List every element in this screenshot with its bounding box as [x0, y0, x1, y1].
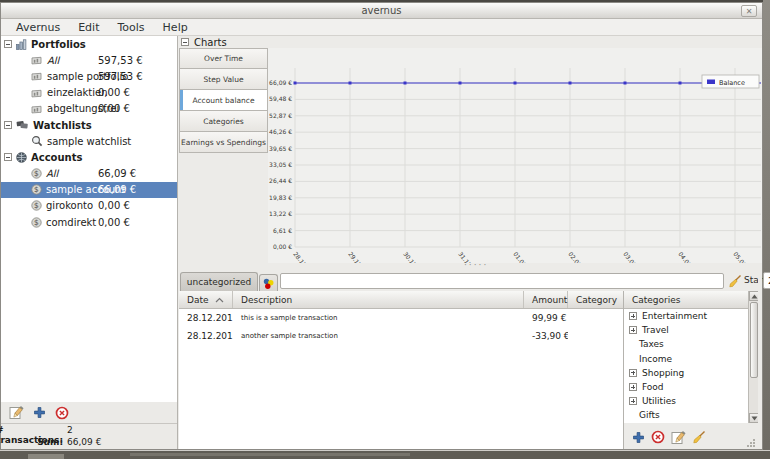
start-date-input[interactable]	[764, 275, 770, 286]
category-travel[interactable]: Travel	[624, 323, 748, 337]
menu-edit[interactable]: Edit	[69, 19, 108, 36]
data-point-marker	[349, 82, 352, 85]
collapse-icon[interactable]	[4, 153, 12, 161]
tree-group-accounts[interactable]: Accounts	[1, 149, 177, 165]
mini-chart-icon	[31, 88, 43, 98]
collapse-icon[interactable]	[181, 38, 189, 46]
clear-filter-icon[interactable]	[728, 274, 742, 288]
expand-icon[interactable]	[629, 326, 637, 334]
transaction-row[interactable]: 28.12.2011this is a sample transaction99…	[179, 309, 623, 327]
y-tick-label: 39,65 €	[269, 145, 292, 152]
category-taxes[interactable]: Taxes	[624, 337, 748, 351]
category-label: Entertainment	[642, 311, 707, 321]
tree-item-comdirekt[interactable]: $comdirekt0,00 €	[1, 214, 177, 230]
tree-item-sample-watchlist[interactable]: sample watchlist	[1, 133, 177, 149]
menu-help[interactable]: Help	[154, 19, 197, 36]
tree-item-abgeltungsfrei[interactable]: abgeltungsfrei0,00 €	[1, 101, 177, 117]
x-tick-label: 29.12.2011	[347, 250, 374, 263]
tree-group-label: Portfolios	[31, 39, 86, 50]
column-header-amount[interactable]: Amount	[524, 291, 568, 308]
tab-uncategorized[interactable]: uncategorized	[180, 272, 258, 291]
collapse-icon[interactable]	[4, 40, 12, 48]
tree-item-einzelaktien[interactable]: einzelaktien0,00 €	[1, 85, 177, 101]
category-label: Utilities	[642, 396, 676, 406]
tree-item-value: 597,53 €	[98, 71, 143, 82]
categories-scrollbar[interactable]	[748, 291, 758, 423]
tree-item-sample-portfolio[interactable]: sample portfolio597,53 €	[1, 68, 177, 84]
titlebar[interactable]: avernus ✕	[1, 3, 762, 19]
column-header-description[interactable]: Description	[233, 291, 524, 308]
tree-item-label: comdirekt	[46, 217, 96, 228]
tree-item-all[interactable]: $All66,09 €	[1, 166, 177, 182]
menubar: AvernusEditToolsHelp	[1, 19, 762, 36]
collapse-icon[interactable]	[4, 121, 12, 129]
portfolio-account-tree[interactable]: PortfoliosAll597,53 €sample portfolio597…	[1, 36, 177, 402]
column-header-date[interactable]: Date	[179, 291, 233, 308]
filter-input[interactable]	[280, 273, 724, 289]
column-header-category[interactable]: Category	[568, 291, 623, 308]
add-icon[interactable]	[33, 406, 46, 419]
transaction-row[interactable]: 28.12.2011another sample transaction-33,…	[179, 327, 623, 345]
charts-expander[interactable]: Charts	[181, 36, 761, 48]
tree-item-sample-account[interactable]: $sample account66,09 €	[1, 182, 177, 198]
chart-tab-earnings-vs-spendings[interactable]: Earnings vs Spendings	[179, 132, 268, 153]
edit-category-icon[interactable]	[671, 430, 686, 445]
categories-list[interactable]: EntertainmentTravelTaxesIncomeShoppingFo…	[624, 309, 748, 423]
chart-tab-step-value[interactable]: Step Value	[179, 69, 268, 90]
tree-item-value: 66,09 €	[98, 184, 136, 195]
delete-category-icon[interactable]	[651, 430, 665, 444]
tree-item-girokonto[interactable]: $girokonto0,00 €	[1, 198, 177, 214]
expand-icon[interactable]	[629, 369, 637, 377]
data-point-marker	[514, 82, 517, 85]
close-icon[interactable]: ✕	[741, 5, 757, 17]
horizontal-splitter[interactable]: ·····	[179, 263, 762, 271]
tree-group-portfolios[interactable]: Portfolios	[1, 36, 177, 52]
transactions-table-body: 28.12.2011this is a sample transaction99…	[179, 309, 623, 345]
transaction-description: another sample transaction	[233, 332, 524, 340]
desktop-right-strip	[763, 0, 770, 459]
coin-icon: $	[31, 200, 42, 211]
y-tick-label: 52,87 €	[269, 112, 292, 119]
mini-chart-icon	[31, 104, 43, 114]
tree-group-watchlists[interactable]: Watchlists	[1, 117, 177, 133]
expand-icon[interactable]	[629, 312, 637, 320]
chart-canvas: 66,09 €59,48 €52,87 €46,26 €39,65 €33,05…	[268, 48, 762, 263]
data-point-marker	[624, 82, 627, 85]
tab-categories-colors[interactable]	[259, 274, 278, 291]
menu-tools[interactable]: Tools	[108, 19, 153, 36]
delete-icon[interactable]	[55, 406, 69, 420]
chart-tab-over-time[interactable]: Over Time	[179, 48, 268, 69]
sum-label: Sum:	[37, 437, 63, 447]
legend-label: Balance	[719, 79, 745, 87]
sidebar-toolbar	[1, 402, 177, 424]
chart-tab-account-balance[interactable]: Account balance	[179, 90, 268, 111]
menu-avernus[interactable]: Avernus	[7, 19, 69, 36]
category-entertainment[interactable]: Entertainment	[624, 309, 748, 323]
category-food[interactable]: Food	[624, 380, 748, 394]
chart-tab-categories[interactable]: Categories	[179, 111, 268, 132]
edit-icon[interactable]	[9, 405, 24, 420]
transaction-description: this is a sample transaction	[233, 314, 524, 322]
splitter-handle-icon[interactable]: ·····	[464, 260, 488, 270]
transaction-date: 28.12.2011	[179, 331, 233, 341]
tree-item-all[interactable]: All597,53 €	[1, 52, 177, 68]
expand-icon[interactable]	[629, 383, 637, 391]
category-utilities[interactable]: Utilities	[624, 394, 748, 408]
add-category-icon[interactable]	[632, 431, 645, 444]
tree-item-value: 0,00 €	[98, 87, 130, 98]
data-point-marker	[404, 82, 407, 85]
tree-group-label: Accounts	[31, 152, 82, 163]
column-header-label: Category	[576, 295, 617, 305]
panel-gap	[758, 271, 762, 449]
clean-categories-icon[interactable]	[692, 430, 706, 444]
category-gifts[interactable]: Gifts	[624, 408, 748, 422]
scrollbar-thumb[interactable]	[750, 302, 758, 378]
category-income[interactable]: Income	[624, 352, 748, 366]
expand-icon[interactable]	[629, 397, 637, 405]
category-shopping[interactable]: Shopping	[624, 366, 748, 380]
resize-grip-icon[interactable]	[746, 437, 756, 447]
categories-header[interactable]: Categories	[624, 291, 748, 309]
tree-item-value: 0,00 €	[98, 103, 130, 114]
mini-chart-icon	[31, 55, 43, 65]
data-point-marker	[569, 82, 572, 85]
